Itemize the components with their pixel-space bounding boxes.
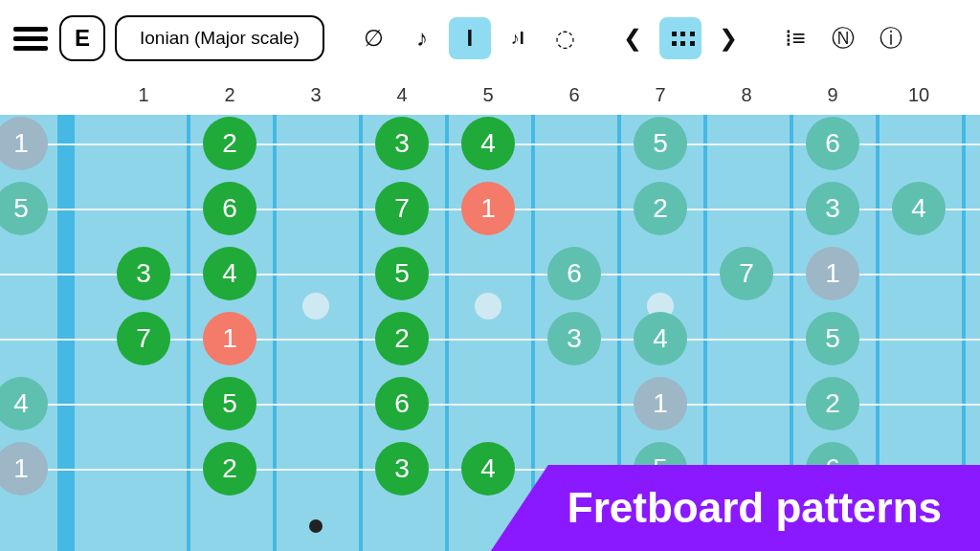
fret-note[interactable]: 1 (806, 247, 859, 300)
fret-note[interactable]: 7 (117, 312, 170, 365)
fret-note[interactable]: 3 (375, 442, 429, 496)
fret-note[interactable]: 2 (203, 117, 256, 170)
fret-note[interactable]: 3 (547, 312, 601, 365)
menu-icon[interactable] (13, 20, 50, 56)
nut (57, 115, 75, 551)
fret-number: 8 (741, 84, 751, 106)
note-icon[interactable]: ♪ (401, 17, 443, 59)
fret-note[interactable]: 2 (375, 312, 429, 365)
fret-number: 1 (138, 84, 148, 106)
fret-note[interactable]: 1 (0, 442, 48, 496)
empty-set-icon[interactable]: ∅ (353, 17, 395, 59)
fret-marker (302, 293, 329, 320)
fret-line (445, 115, 449, 551)
fret-number: 6 (568, 84, 579, 106)
info-icon[interactable]: ⓘ (870, 17, 912, 59)
fret-number: 5 (482, 84, 493, 106)
fret-marker (475, 293, 501, 320)
fret-note[interactable]: 4 (0, 377, 48, 430)
fret-note[interactable]: 1 (634, 377, 687, 430)
fret-note[interactable]: 2 (203, 442, 256, 496)
prev-pattern-icon[interactable]: ❮ (612, 17, 654, 59)
fret-note[interactable]: 6 (547, 247, 601, 300)
fret-line (359, 115, 363, 551)
promo-banner: Fretboard patterns (491, 465, 980, 551)
tool-icons: ∅♪I♪I◌❮⠿❯⁞≡Ⓝⓘ (353, 17, 912, 59)
six-dots-icon[interactable]: ⠿ (659, 17, 702, 59)
fret-line (273, 115, 277, 551)
fret-number: 2 (224, 84, 234, 106)
fret-note[interactable]: 5 (806, 312, 859, 365)
fret-note[interactable]: 1 (203, 312, 256, 365)
root-key-selector[interactable]: E (59, 15, 105, 61)
fret-note[interactable]: 6 (806, 117, 859, 170)
fret-number-row: 12345678910 (0, 77, 980, 115)
fret-note[interactable]: 7 (720, 247, 773, 300)
fret-line (531, 115, 535, 551)
fret-note[interactable]: 1 (461, 182, 515, 235)
fret-note[interactable]: 4 (634, 312, 687, 365)
fret-note[interactable]: 3 (375, 117, 429, 170)
fret-note[interactable]: 5 (203, 377, 256, 430)
fret-number: 3 (310, 84, 321, 106)
interval-icon[interactable]: I (449, 17, 491, 59)
fret-note[interactable]: 4 (461, 117, 515, 170)
fret-note[interactable]: 3 (117, 247, 170, 300)
fret-note[interactable]: 6 (375, 377, 429, 430)
dashed-circle-icon[interactable]: ◌ (545, 17, 587, 59)
fret-line (187, 115, 190, 551)
fret-note[interactable]: 4 (892, 182, 946, 235)
fret-note[interactable]: 3 (806, 182, 859, 235)
fret-number: 4 (396, 84, 407, 106)
list-dots-icon[interactable]: ⁞≡ (774, 17, 816, 59)
fret-note[interactable]: 4 (461, 442, 515, 496)
fret-note[interactable]: 2 (634, 182, 687, 235)
next-pattern-icon[interactable]: ❯ (707, 17, 749, 59)
fret-note[interactable]: 5 (375, 247, 429, 300)
fret-note[interactable]: 5 (0, 182, 48, 235)
fret-note[interactable]: 4 (203, 247, 256, 300)
fret-number: 9 (827, 84, 837, 106)
scale-selector[interactable]: Ionian (Major scale) (115, 15, 324, 61)
fret-note[interactable]: 6 (203, 182, 256, 235)
fret-note[interactable]: 1 (0, 117, 48, 170)
fret-note[interactable]: 7 (375, 182, 429, 235)
fret-note[interactable]: 5 (634, 117, 687, 170)
n-circle-icon[interactable]: Ⓝ (822, 17, 864, 59)
fret-number: 10 (908, 84, 929, 106)
toolbar: E Ionian (Major scale) ∅♪I♪I◌❮⠿❯⁞≡Ⓝⓘ (0, 0, 980, 77)
fret-note[interactable]: 2 (806, 377, 859, 430)
fret-number: 7 (655, 84, 665, 106)
inlay-dot (309, 519, 323, 533)
note-interval-icon[interactable]: ♪I (497, 17, 539, 59)
